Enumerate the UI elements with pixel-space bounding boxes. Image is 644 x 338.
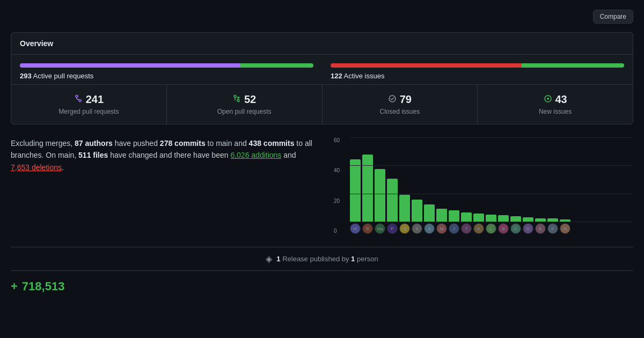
top-bar: Compare (11, 5, 633, 28)
contributor-avatar: A (424, 223, 435, 234)
commits1-bold: 278 commits (160, 139, 206, 148)
release-count2: 1 (351, 255, 355, 263)
stat-number-row-0: 241 (74, 93, 104, 106)
chart-bar-col: D (523, 217, 533, 234)
stat-number-row-2: 79 (388, 93, 412, 106)
release-row: ◈ 1 Release published by 1 person (11, 247, 633, 271)
contributor-avatar: E (535, 223, 546, 234)
chart-y-labels: 6040200 (334, 137, 340, 234)
stat-cell-1: 52Open pull requests (167, 85, 323, 124)
chart-bar (560, 219, 570, 222)
chart-bar (362, 155, 373, 222)
stat-number-1: 52 (244, 93, 256, 106)
files-bold: 511 files (78, 151, 108, 159)
chart-bar-col: Ha (375, 169, 385, 234)
overview-bars: 293 Active pull requests 122 Active issu… (11, 55, 633, 85)
chart-bar-col: S (412, 200, 422, 234)
chart-bar (535, 218, 546, 222)
pr-bar-green (240, 63, 313, 68)
contributor-avatar: Ha (375, 223, 385, 234)
page-wrapper: Compare Overview 293 Active pull request… (0, 0, 644, 304)
chart-bar (461, 212, 472, 222)
chart-bar (399, 195, 410, 222)
chart-bar-col: G (399, 195, 410, 234)
issues-bar-label: 122 Active issues (331, 72, 624, 80)
chart-area: 6040200 HRHaPGSAMJTKLBCDEFN (334, 137, 633, 234)
compare-button[interactable]: Compare (593, 10, 633, 24)
chart-bar-col: N (560, 219, 570, 234)
chart-bar-col: M (436, 209, 447, 234)
chart-bar (436, 209, 447, 222)
chart-bar-col: K (473, 214, 484, 234)
stat-cell-0: 241Merged pull requests (11, 85, 167, 124)
issues-bar-section: 122 Active issues (331, 63, 624, 80)
stat-label-0: Merged pull requests (58, 108, 119, 115)
release-count1: 1 (276, 255, 280, 263)
chart-bar (350, 159, 361, 222)
stat-label-3: New issues (539, 108, 572, 115)
chart-grid-line (350, 137, 633, 138)
chart-bar-col: A (424, 204, 435, 234)
chart-bar-col: C (510, 216, 521, 234)
contributor-avatar: C (510, 223, 521, 234)
release-text: 1 Release published by 1 person (276, 255, 378, 263)
chart-bar (387, 179, 398, 222)
bottom-icon: + (11, 280, 18, 293)
chart-bar-col: E (535, 218, 546, 234)
chart-bar-col: H (350, 159, 361, 234)
chart-bar-col: L (486, 215, 496, 234)
stat-cell-2: 79Closed issues (323, 85, 478, 124)
chart-bar-col: R (362, 155, 373, 234)
contributor-avatar: R (362, 223, 373, 234)
chart-bars-wrapper: 6040200 HRHaPGSAMJTKLBCDEFN (334, 137, 633, 234)
contributor-avatar: G (399, 223, 410, 234)
issues-count: 122 (331, 72, 342, 80)
chart-bar (510, 216, 521, 222)
pr-bar-track (20, 63, 313, 68)
stat-icon-1 (232, 94, 241, 105)
stat-label-1: Open pull requests (217, 108, 272, 115)
contributor-avatar: L (486, 223, 496, 234)
chart-bar (523, 217, 533, 222)
stat-icon-2 (388, 94, 397, 105)
commit-section: Excluding merges, 87 authors have pushed… (11, 137, 633, 234)
chart-y-label: 60 (334, 137, 340, 143)
issues-bar-green (522, 63, 624, 68)
bottom-number: + 718,513 (11, 280, 633, 293)
chart-grid-line (350, 165, 633, 166)
issues-label-text: Active issues (344, 72, 385, 80)
pull-requests-bar-section: 293 Active pull requests (20, 63, 313, 80)
authors-bold: 87 authors (75, 139, 113, 148)
bottom-value: 718,513 (22, 280, 65, 293)
chart-bar-col: F (547, 218, 558, 234)
stat-number-2: 79 (400, 93, 412, 106)
chart-bar-col: T (461, 212, 472, 234)
chart-bar-col: J (449, 210, 459, 234)
pr-bar-purple (20, 63, 240, 68)
release-text3: person (357, 255, 378, 263)
pr-count: 293 (20, 72, 32, 80)
stats-row: 241Merged pull requests52Open pull reque… (11, 85, 633, 124)
contributor-avatar: J (449, 223, 459, 234)
stat-label-2: Closed issues (380, 108, 420, 115)
chart-bar (473, 214, 484, 222)
chart-bar (375, 169, 385, 222)
stat-icon-0 (74, 94, 83, 105)
chart-bar (449, 210, 459, 222)
chart-bar (498, 215, 509, 222)
overview-title: Overview (11, 33, 633, 55)
chart-y-label: 0 (334, 228, 340, 234)
chart-bar (547, 218, 558, 222)
stat-cell-3: 43New issues (478, 85, 633, 124)
overview-card: Overview 293 Active pull requests (11, 32, 633, 124)
contributor-avatar: D (523, 223, 533, 234)
deletions-text: 7,653 deletions (11, 163, 62, 172)
contributor-avatar: S (412, 223, 422, 234)
contributor-avatar: H (350, 223, 361, 234)
release-text2: Release published by (282, 255, 351, 263)
stat-number-0: 241 (86, 93, 104, 106)
stat-number-3: 43 (555, 93, 567, 106)
contributor-avatar: N (560, 223, 570, 234)
chart-bar-col: B (498, 215, 509, 234)
chart-container: 6040200 HRHaPGSAMJTKLBCDEFN (334, 137, 633, 234)
